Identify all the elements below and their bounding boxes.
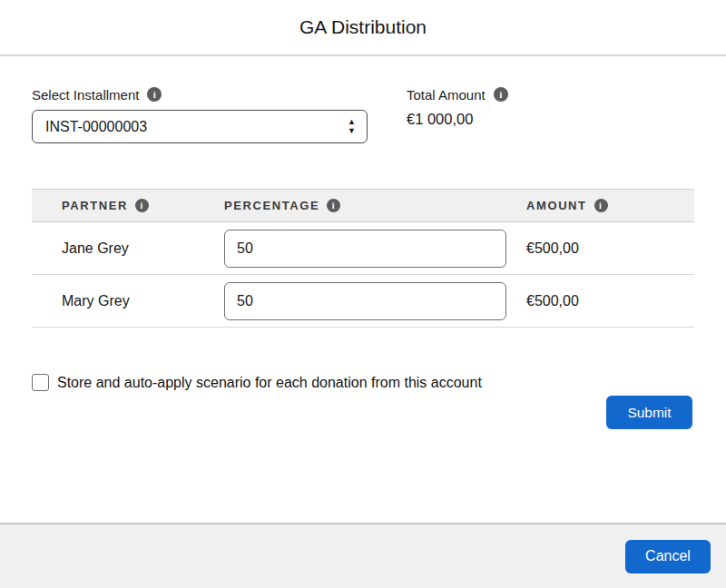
column-header-amount-label: AMOUNT — [526, 199, 587, 212]
column-header-percentage: PERCENTAGE i — [224, 199, 526, 212]
info-icon[interactable]: i — [494, 87, 508, 102]
installment-select-value: INST-00000003 — [45, 119, 348, 135]
column-header-amount: AMOUNT i — [526, 199, 694, 212]
installment-field: Select Installment i INST-00000003 ▲ ▼ — [32, 86, 368, 143]
amount-value: €500,00 — [526, 293, 694, 309]
submit-button[interactable]: Submit — [606, 396, 692, 429]
percentage-input[interactable] — [224, 230, 506, 268]
ga-distribution-modal: GA Distribution Select Installment i INS… — [0, 0, 726, 588]
info-icon[interactable]: i — [594, 199, 608, 212]
store-scenario-row: Store and auto-apply scenario for each d… — [32, 374, 694, 391]
table-header-row: PARTNER i PERCENTAGE i AMOUNT i — [32, 189, 694, 222]
column-header-percentage-label: PERCENTAGE — [224, 199, 319, 212]
installment-select[interactable]: INST-00000003 ▲ ▼ — [32, 110, 368, 143]
percentage-input[interactable] — [224, 282, 506, 320]
modal-header: GA Distribution — [0, 0, 726, 56]
table-row: Mary Grey €500,00 — [32, 275, 694, 328]
info-icon[interactable]: i — [135, 199, 149, 212]
total-amount-label: Total Amount — [407, 87, 486, 103]
cancel-button[interactable]: Cancel — [625, 540, 711, 573]
fields-row: Select Installment i INST-00000003 ▲ ▼ T… — [32, 86, 694, 143]
installment-label-line: Select Installment i — [32, 86, 368, 103]
caret-down-icon: ▼ — [348, 127, 356, 136]
partner-name: Mary Grey — [32, 293, 224, 309]
modal-footer: Cancel — [0, 523, 726, 588]
column-header-partner-label: PARTNER — [62, 199, 128, 212]
modal-title: GA Distribution — [299, 16, 427, 38]
distribution-table: PARTNER i PERCENTAGE i AMOUNT i Jane Gre… — [32, 189, 694, 328]
amount-value: €500,00 — [526, 240, 694, 257]
store-scenario-checkbox[interactable] — [32, 374, 49, 391]
installment-label: Select Installment — [32, 87, 139, 103]
total-amount-value: €1 000,00 — [407, 111, 508, 128]
percentage-cell — [224, 282, 526, 320]
select-caret-icons: ▲ ▼ — [348, 118, 356, 136]
info-icon[interactable]: i — [147, 87, 162, 102]
percentage-cell — [224, 230, 526, 268]
total-amount-label-line: Total Amount i — [407, 86, 508, 103]
table-row: Jane Grey €500,00 — [32, 222, 694, 275]
column-header-partner: PARTNER i — [32, 199, 224, 212]
submit-row: Submit — [32, 396, 694, 429]
total-amount-field: Total Amount i €1 000,00 — [407, 86, 508, 143]
info-icon[interactable]: i — [327, 199, 340, 212]
partner-name: Jane Grey — [32, 240, 224, 257]
modal-body: Select Installment i INST-00000003 ▲ ▼ T… — [0, 56, 726, 523]
store-scenario-label: Store and auto-apply scenario for each d… — [57, 375, 482, 391]
